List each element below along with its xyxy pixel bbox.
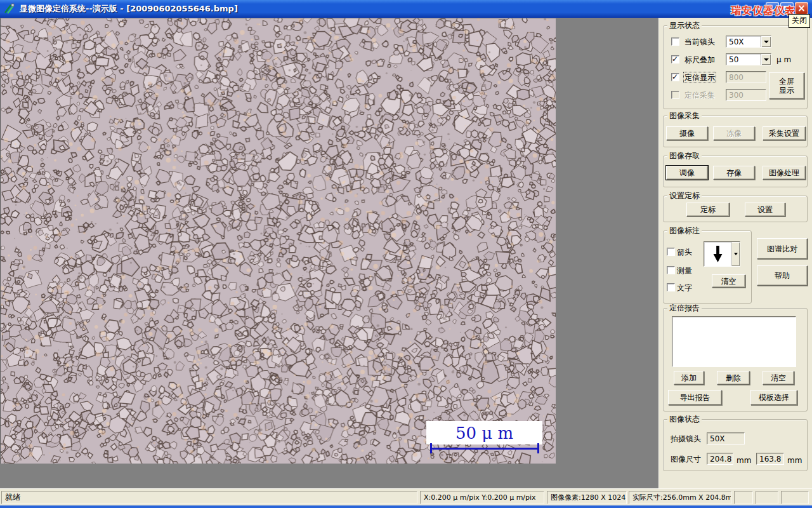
- shoot-button[interactable]: 摄像: [666, 126, 708, 140]
- group-display-status: 显示状态 当前镜头 50X 标尺叠加 50 μ m 定倍显示 800 定倍采集 …: [663, 25, 808, 109]
- help-button[interactable]: 帮助: [757, 265, 808, 286]
- label-height-unit: mm: [787, 456, 802, 465]
- chevron-down-icon[interactable]: [761, 36, 771, 47]
- app-window: 显微图像定倍系统--演示版 - [20090602055646.bmp] × 瑞…: [0, 0, 812, 508]
- label-text: 文字: [677, 283, 692, 292]
- fixed-display-field: 800: [726, 71, 766, 83]
- title-bar: 显微图像定倍系统--演示版 - [20090602055646.bmp] ×: [0, 0, 812, 18]
- group-report-title: 定倍报告: [667, 304, 702, 313]
- group-annotation-title: 图像标注: [667, 226, 702, 236]
- group-report: 定倍报告 添加 删除 清空 导出报告 模板选择: [663, 308, 808, 411]
- scale-value: 50: [726, 55, 761, 64]
- group-calibration: 设置定标 定标 设置: [663, 196, 808, 222]
- status-ready: 就绪: [1, 491, 417, 504]
- report-delete-button[interactable]: 删除: [717, 371, 750, 385]
- calibrate-button[interactable]: 定标: [686, 203, 730, 217]
- load-image-button[interactable]: 调像: [666, 166, 708, 180]
- checkbox-scale-overlay[interactable]: [671, 55, 679, 64]
- setup-button[interactable]: 设置: [745, 203, 785, 217]
- group-image-status: 图像状态 拍摄镜头 50X 图像尺寸 204.8 mm 163.8 mm: [663, 419, 808, 471]
- checkbox-arrow[interactable]: [667, 248, 675, 256]
- fullscreen-button[interactable]: 全屏显示: [769, 72, 804, 99]
- status-bar: 就绪 X:0.200 μ m/pix Y:0.200 μ m/pix 图像像素:…: [0, 488, 812, 505]
- group-storage-title: 图像存取: [667, 151, 702, 161]
- scale-bar-line: [430, 448, 539, 450]
- close-tooltip: 关闭: [789, 14, 810, 28]
- control-panel: 显示状态 当前镜头 50X 标尺叠加 50 μ m 定倍显示 800 定倍采集 …: [658, 18, 812, 488]
- chevron-down-icon[interactable]: [731, 242, 740, 266]
- group-annotation: 图像标注 箭头 测量 文字 清空: [663, 231, 752, 304]
- group-display-status-title: 显示状态: [667, 21, 702, 30]
- window-bottom-border: [0, 505, 812, 508]
- group-image-status-title: 图像状态: [667, 415, 702, 424]
- label-arrow: 箭头: [677, 248, 692, 257]
- close-button[interactable]: ×: [795, 2, 808, 15]
- scale-bar-label: 50 μ m: [426, 421, 542, 444]
- checkbox-measure[interactable]: [667, 266, 675, 274]
- freeze-button: 冻像: [713, 126, 755, 140]
- restore-icon: [784, 6, 790, 11]
- scale-bar-text: 50 μ m: [455, 424, 513, 443]
- fixed-capture-field: 300: [726, 89, 766, 101]
- checkbox-current-lens[interactable]: [671, 37, 679, 46]
- status-empty-panel: [734, 491, 753, 504]
- clear-annotation-button[interactable]: 清空: [712, 274, 745, 288]
- minimize-icon: [769, 10, 774, 11]
- report-add-button[interactable]: 添加: [674, 371, 704, 385]
- group-capture: 图像采集 摄像 冻像 采集设置: [663, 116, 808, 147]
- label-current-lens: 当前镜头: [684, 37, 715, 46]
- capture-settings-button[interactable]: 采集设置: [763, 126, 806, 140]
- chevron-down-icon[interactable]: [761, 54, 771, 65]
- status-actual-size: 实际尺寸:256.0mm X 204.8mm: [629, 491, 731, 504]
- mdi-client-area: 50 μ m: [0, 18, 658, 488]
- shoot-lens-field: 50X: [707, 432, 745, 444]
- status-pixels: 图像像素:1280 X 1024: [547, 491, 627, 504]
- scale-value-select[interactable]: 50: [726, 53, 771, 65]
- label-scale-overlay: 标尺叠加: [684, 55, 715, 64]
- close-icon: ×: [796, 2, 808, 15]
- app-icon: [3, 3, 16, 15]
- label-width-unit: mm: [737, 456, 751, 465]
- group-storage: 图像存取 调像 存像 图像处理: [663, 156, 808, 187]
- arrow-style-select[interactable]: [704, 241, 740, 267]
- status-empty-panel: [756, 491, 778, 504]
- checkbox-text[interactable]: [667, 283, 675, 291]
- image-process-button[interactable]: 图像处理: [763, 166, 806, 180]
- label-image-size: 图像尺寸: [671, 455, 701, 464]
- window-title: 显微图像定倍系统--演示版 - [20090602055646.bmp]: [20, 3, 238, 15]
- label-scale-unit: μ m: [776, 55, 791, 64]
- image-width-field: 204.8: [707, 453, 733, 465]
- label-shoot-lens: 拍摄镜头: [671, 434, 701, 443]
- export-report-button[interactable]: 导出报告: [668, 390, 722, 405]
- down-arrow-glyph-icon: [704, 242, 731, 266]
- checkbox-fixed-display[interactable]: [671, 73, 679, 81]
- status-resolution: X:0.200 μ m/pix Y:0.200 μ m/pix: [420, 491, 544, 504]
- label-fixed-display: 定倍显示: [684, 73, 715, 82]
- current-lens-select[interactable]: 50X: [726, 36, 771, 48]
- atlas-compare-button[interactable]: 图谱比对: [757, 238, 808, 259]
- current-lens-value: 50X: [726, 37, 761, 46]
- restore-button[interactable]: [780, 2, 794, 15]
- checkbox-fixed-capture: [671, 91, 679, 99]
- report-clear-button[interactable]: 清空: [763, 371, 794, 385]
- save-image-button[interactable]: 存像: [713, 166, 755, 180]
- label-fixed-capture: 定倍采集: [684, 91, 715, 100]
- status-empty-panel: [781, 491, 809, 504]
- report-list[interactable]: [672, 316, 796, 367]
- micrograph-image[interactable]: [0, 18, 556, 464]
- group-calibration-title: 设置定标: [667, 191, 702, 201]
- group-capture-title: 图像采集: [667, 111, 702, 121]
- minimize-button[interactable]: [766, 2, 779, 15]
- template-select-button[interactable]: 模板选择: [750, 390, 797, 405]
- label-measure: 测量: [677, 266, 692, 275]
- image-height-field: 163.8: [756, 453, 784, 465]
